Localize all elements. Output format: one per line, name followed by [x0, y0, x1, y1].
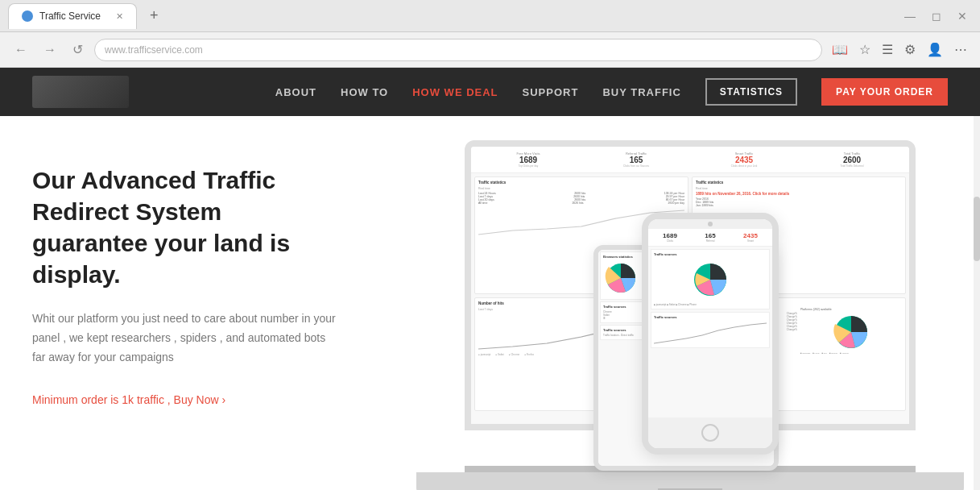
bookmarks-icon[interactable]: 📖: [829, 39, 851, 60]
phone-camera: [708, 222, 713, 226]
nav-pay-order-button[interactable]: PAY YOUR ORDER: [821, 78, 948, 106]
nav-support[interactable]: SUPPORT: [523, 86, 579, 98]
smart-value: 2435: [693, 156, 795, 164]
dashboard-mockup: Free More Visits 1689 Top Clicks per day…: [336, 116, 980, 490]
smart-sub: Clicks direct in your Link: [693, 164, 795, 168]
phone-mockup: 1689 Clicks 165 Referral 2435 Smart: [642, 213, 779, 455]
phone-stat1-value: 1689: [651, 232, 688, 239]
total-sub: Total Traffic Delivered: [801, 164, 903, 168]
minimize-button[interactable]: —: [899, 6, 920, 26]
forward-button[interactable]: →: [39, 39, 61, 60]
total-value: 2600: [801, 156, 903, 164]
extensions-icon[interactable]: ⚙: [901, 39, 919, 60]
nav-buy-traffic[interactable]: BUY TRAFFIC: [602, 86, 680, 98]
hero-cta-link[interactable]: Minimum order is 1k traffic , Buy Now ›: [32, 393, 225, 406]
address-text: www.trafficservice.com: [105, 44, 203, 56]
phone-pie-chart: [690, 260, 730, 300]
tablet-pie-chart: [603, 260, 639, 297]
browser-nav-bar: ← → ↺ www.trafficservice.com 📖 ☆ ☰ ⚙ 👤 ⋯: [0, 32, 980, 68]
nav-how-we-deal[interactable]: HOW WE DEAL: [412, 86, 498, 98]
reload-button[interactable]: ↺: [68, 39, 88, 60]
menu-icon[interactable]: ☰: [879, 39, 896, 60]
pie-chart-platform: [800, 312, 902, 352]
panel2-title: Traffic statistics: [696, 181, 902, 185]
tab-title: Traffic Service: [39, 10, 101, 22]
panel1-title: Traffic statistics: [478, 181, 684, 185]
site-header: ABOUT HOW TO HOW WE DEAL SUPPORT BUY TRA…: [0, 68, 980, 116]
phone-stat2-value: 165: [692, 232, 729, 239]
phone-stats-row: 1689 Clicks 165 Referral 2435 Smart: [648, 229, 772, 247]
website-content: ABOUT HOW TO HOW WE DEAL SUPPORT BUY TRA…: [0, 68, 980, 490]
site-nav: ABOUT HOW TO HOW WE DEAL SUPPORT BUY TRA…: [275, 78, 948, 106]
phone-panel-title: Traffic sources: [654, 252, 767, 256]
phone-notch: [648, 219, 772, 229]
hero-title: Our Advanced Traffic Redirect System gua…: [32, 164, 338, 290]
phone-home-button[interactable]: [648, 417, 772, 448]
nav-how-to[interactable]: HOW TO: [341, 86, 388, 98]
referral-sub: Clicks from our Sources: [585, 164, 687, 168]
profile-icon[interactable]: 👤: [924, 39, 946, 60]
address-bar[interactable]: www.trafficservice.com: [94, 39, 822, 61]
back-button[interactable]: ←: [10, 39, 32, 60]
phone-stat-3: 2435 Smart: [732, 232, 769, 243]
hero-content: Our Advanced Traffic Redirect System gua…: [32, 148, 338, 490]
free-visits-value: 1689: [478, 156, 579, 164]
nav-statistics-button[interactable]: STATISTICS: [705, 78, 797, 106]
stat-total: Total Traffic 2600 Total Traffic Deliver…: [801, 152, 903, 168]
maximize-button[interactable]: ◻: [927, 6, 946, 26]
browser-icons: 📖 ☆ ☰ ⚙ 👤 ⋯: [829, 39, 970, 60]
phone-stat-2: 165 Referral: [692, 232, 729, 243]
scrollbar-thumb[interactable]: [974, 197, 980, 261]
phone-stat3-value: 2435: [732, 232, 769, 239]
laptop-base: [416, 472, 964, 490]
referral-value: 165: [585, 156, 687, 164]
phone-content: 1689 Clicks 165 Referral 2435 Smart: [648, 229, 772, 417]
phone-stat-1: 1689 Clicks: [651, 232, 688, 243]
phone-line-chart: [654, 321, 767, 345]
free-visits-sub: Top Clicks per day: [478, 164, 579, 168]
screen-stats-row: Free More Visits 1689 Top Clicks per day…: [471, 147, 909, 173]
browser-tab[interactable]: Traffic Service ✕: [8, 3, 137, 29]
phone-panel-traffic: Traffic sources: [651, 312, 770, 348]
more-icon[interactable]: ⋯: [951, 39, 970, 60]
scrollbar[interactable]: [974, 116, 980, 490]
stat-referral: Referral Traffic 165 Clicks from our Sou…: [585, 152, 687, 168]
tab-close-button[interactable]: ✕: [116, 11, 123, 22]
nav-about[interactable]: ABOUT: [275, 86, 316, 98]
close-window-button[interactable]: ✕: [953, 6, 972, 26]
new-tab-button[interactable]: +: [143, 4, 165, 27]
site-logo: [32, 76, 129, 108]
home-circle: [701, 424, 719, 442]
star-icon[interactable]: ☆: [856, 39, 874, 60]
tab-favicon: [22, 10, 33, 22]
phone-panel-sources: Traffic sources ■ javascrip: [651, 249, 770, 309]
stat-free-visits: Free More Visits 1689 Top Clicks per day: [478, 152, 579, 168]
stat-smart: Smart Traffic 2435 Clicks direct in your…: [693, 152, 795, 168]
hero-section: Our Advanced Traffic Redirect System gua…: [0, 116, 980, 490]
browser-top-bar: Traffic Service ✕ + — ◻ ✕: [0, 0, 980, 32]
hero-description: Whit our platform you just need to care …: [32, 309, 338, 367]
